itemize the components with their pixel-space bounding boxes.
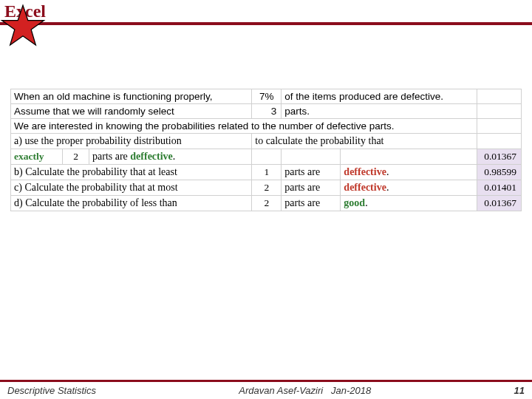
slide-header: Excel [0,0,532,38]
cell-text: parts are [282,196,341,211]
cell-number: 2 [63,149,89,165]
cell-result: 0.98599 [477,165,522,180]
cell-number: 2 [252,196,282,211]
cell-empty [477,104,522,119]
cell-text: deffective. [341,180,477,196]
table-row: exactly 2 parts are deffective. 0.01367 [11,149,522,165]
cell-number: 1 [252,165,282,180]
cell-empty [477,89,522,104]
cell-text: parts. [282,104,477,119]
cell-empty [477,134,522,149]
cell-empty [282,149,341,165]
spreadsheet-content: When an old machine is functioning prope… [10,89,522,211]
cell-number: 3 [252,104,282,119]
footer-left: Descriptive Statistics [7,385,96,396]
cell-text: good. [341,196,477,211]
cell-empty [252,149,282,165]
page-number: 11 [514,385,525,396]
cell-percent: 7% [252,89,282,104]
cell-text: a) use the proper probability distributi… [11,134,252,149]
slide-footer: Descriptive Statistics Ardavan Asef-Vazi… [0,380,532,399]
keyword-good: good [344,197,365,208]
keyword-defective: deffective [344,166,386,177]
cell-empty [341,149,477,165]
footer-row: Descriptive Statistics Ardavan Asef-Vazi… [0,382,532,399]
cell-number: 2 [252,180,282,196]
cell-text: Assume that we will randomly select [11,104,252,119]
cell-text: When an old machine is functioning prope… [11,89,252,104]
svg-marker-0 [1,5,44,45]
problem-table: When an old machine is functioning prope… [10,89,522,211]
keyword-exactly: exactly [14,151,44,162]
header-divider [0,22,532,25]
cell-text: to calculate the probability that [252,134,477,149]
cell-text: c) Calculate the probability that at mos… [11,180,252,196]
table-row: b) Calculate the probability that at lea… [11,165,522,180]
footer-date: Jan-2018 [331,385,371,396]
table-row: When an old machine is functioning prope… [11,89,522,104]
star-icon [0,3,46,49]
cell-result: 0.01367 [477,196,522,211]
table-row: a) use the proper probability distributi… [11,134,522,149]
table-row: c) Calculate the probability that at mos… [11,180,522,196]
cell-result: 0.01367 [477,149,522,165]
keyword-defective: deffective [344,182,386,193]
cell-text: deffective. [341,165,477,180]
keyword-defective: deffective [130,151,173,162]
cell-text: We are interested in knowing the probabi… [11,119,477,134]
cell-text: of the items produced are defective. [282,89,477,104]
table-row: d) Calculate the probability of less tha… [11,196,522,211]
footer-center: Ardavan Asef-Vaziri Jan-2018 [96,385,514,396]
footer-author: Ardavan Asef-Vaziri [239,385,323,396]
table-row: We are interested in knowing the probabi… [11,119,522,134]
cell-text: parts are deffective. [89,149,252,165]
table-row: Assume that we will randomly select 3 pa… [11,104,522,119]
cell-text: parts are [282,180,341,196]
cell-text: b) Calculate the probability that at lea… [11,165,252,180]
cell-empty [477,119,522,134]
cell-result: 0.01401 [477,180,522,196]
cell-text: d) Calculate the probability of less tha… [11,196,252,211]
cell-text: parts are [282,165,341,180]
